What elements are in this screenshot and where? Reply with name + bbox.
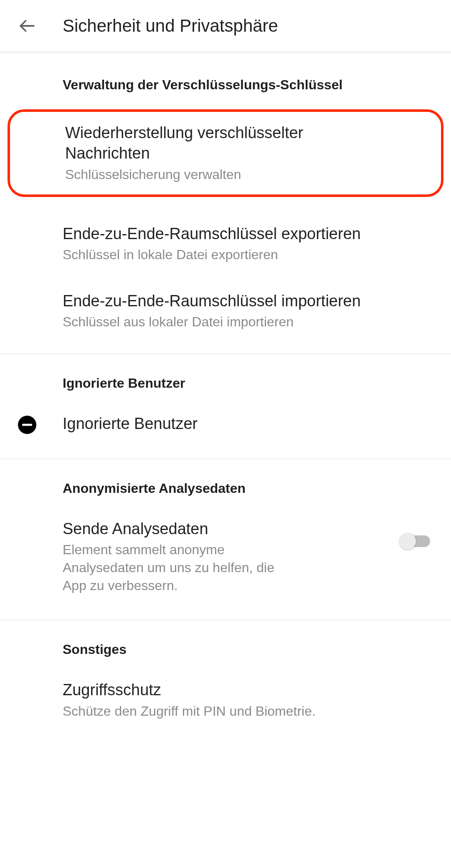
item-subtitle: Schlüsselsicherung verwalten bbox=[65, 166, 386, 184]
app-bar: Sicherheit und Privatsphäre bbox=[0, 0, 451, 52]
section-header-analytics: Anonymisierte Analysedaten bbox=[0, 459, 451, 509]
item-import-room-keys[interactable]: Ende-zu-Ende-Raumschlüssel importieren S… bbox=[0, 281, 451, 341]
item-title: Ende-zu-Ende-Raumschlüssel exportieren bbox=[63, 224, 388, 244]
item-subtitle: Element sammelt anonyme Analysedaten um … bbox=[63, 541, 280, 595]
item-access-protection[interactable]: Zugriffsschutz Schütze den Zugriff mit P… bbox=[0, 670, 451, 730]
item-ignored-users[interactable]: Ignorierte Benutzer bbox=[0, 404, 451, 446]
item-title: Zugriffsschutz bbox=[63, 680, 388, 700]
section-header-keys: Verwaltung der Verschlüsselungs-Schlüsse… bbox=[0, 52, 451, 105]
section-header-other: Sonstiges bbox=[0, 620, 451, 670]
item-encrypted-message-recovery[interactable]: Wiederherstellung verschlüsselter Nachri… bbox=[8, 109, 443, 197]
item-title: Wiederherstellung verschlüsselter Nachri… bbox=[65, 123, 386, 164]
item-title: Ende-zu-Ende-Raumschlüssel importieren bbox=[63, 291, 388, 311]
item-subtitle: Schlüssel in lokale Datei exportieren bbox=[63, 246, 388, 264]
minus-circle-icon bbox=[17, 414, 38, 435]
item-export-room-keys[interactable]: Ende-zu-Ende-Raumschlüssel exportieren S… bbox=[0, 214, 451, 281]
toggle-switch[interactable] bbox=[400, 535, 430, 547]
back-icon[interactable] bbox=[17, 15, 38, 36]
item-send-analytics[interactable]: Sende Analysedaten Element sammelt anony… bbox=[0, 509, 451, 608]
item-subtitle: Schlüssel aus lokaler Datei importieren bbox=[63, 313, 388, 331]
section-header-ignored: Ignorierte Benutzer bbox=[0, 354, 451, 404]
item-title: Ignorierte Benutzer bbox=[63, 414, 198, 434]
item-subtitle: Schütze den Zugriff mit PIN und Biometri… bbox=[63, 702, 388, 720]
item-title: Sende Analysedaten bbox=[63, 519, 383, 539]
page-title: Sicherheit und Privatsphäre bbox=[63, 16, 278, 36]
